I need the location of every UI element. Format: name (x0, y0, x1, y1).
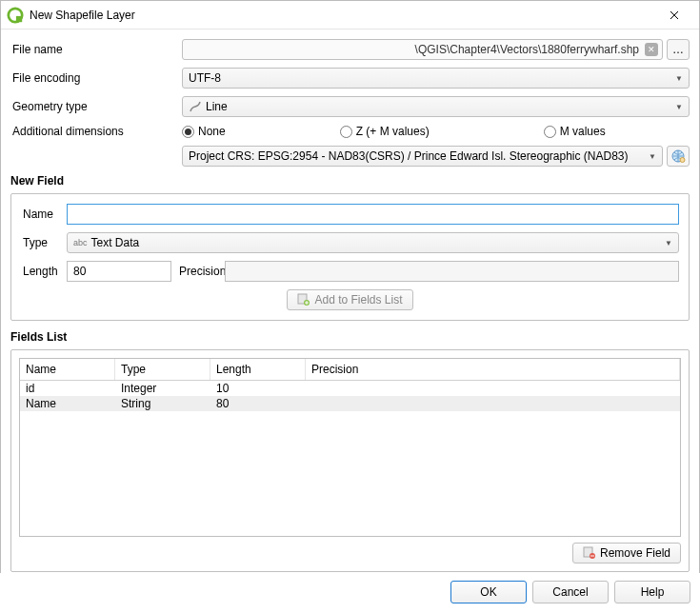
qgis-logo-icon (7, 7, 24, 24)
title-bar: New Shapefile Layer (1, 1, 699, 30)
geometry-type-select[interactable]: Line ▼ (182, 96, 690, 117)
fields-list-group: Name Type Length Precision id Integer 10… (10, 349, 690, 572)
window-title: New Shapefile Layer (30, 9, 655, 22)
help-button[interactable]: Help (614, 581, 690, 603)
precision-label: Precision (171, 265, 225, 278)
cell: id (20, 381, 115, 396)
radio-m[interactable]: M values (544, 125, 606, 138)
text-type-icon: abc (73, 238, 88, 247)
crs-select[interactable]: Project CRS: EPSG:2954 - NAD83(CSRS) / P… (182, 146, 663, 167)
cell (306, 396, 680, 411)
ok-button[interactable]: OK (450, 581, 527, 603)
length-label: Length (21, 265, 67, 278)
close-button[interactable] (655, 1, 693, 30)
add-field-icon (297, 292, 310, 308)
help-label: Help (641, 585, 665, 599)
chevron-down-icon: ▼ (665, 239, 672, 247)
table-row[interactable]: Name String 80 (20, 396, 680, 411)
length-input[interactable] (67, 261, 171, 282)
header-length[interactable]: Length (210, 359, 306, 380)
remove-field-button[interactable]: Remove Field (572, 543, 681, 564)
header-type[interactable]: Type (115, 359, 210, 380)
cell: 10 (210, 381, 306, 396)
new-field-title: New Field (10, 174, 690, 188)
clear-icon[interactable]: ✕ (645, 43, 658, 56)
type-value: Text Data (91, 236, 140, 249)
dialog-footer: OK Cancel Help (0, 573, 700, 613)
cancel-label: Cancel (552, 585, 588, 599)
cell: Integer (115, 381, 210, 396)
radio-z[interactable]: Z (+ M values) (340, 125, 430, 138)
header-precision[interactable]: Precision (306, 359, 680, 380)
cancel-button[interactable]: Cancel (532, 581, 609, 603)
radio-dot-icon (340, 126, 352, 138)
fields-table[interactable]: Name Type Length Precision id Integer 10… (19, 358, 681, 537)
cell (306, 381, 680, 396)
file-name-value: \QGIS\Chapter4\Vectors\1880ferrywharf.sh… (415, 43, 639, 56)
type-label: Type (21, 236, 67, 249)
chevron-down-icon: ▼ (649, 152, 656, 161)
chevron-down-icon: ▼ (675, 74, 683, 83)
radio-none[interactable]: None (182, 125, 226, 138)
geometry-type-label: Geometry type (10, 100, 182, 113)
file-encoding-select[interactable]: UTF-8 ▼ (182, 68, 690, 89)
cell: 80 (210, 396, 306, 411)
file-encoding-value: UTF-8 (189, 71, 221, 85)
name-label: Name (21, 208, 67, 221)
radio-dot-icon (182, 126, 194, 138)
ok-label: OK (480, 585, 496, 599)
table-row[interactable]: id Integer 10 (20, 381, 680, 396)
remove-field-icon (583, 545, 596, 562)
type-select[interactable]: abc Text Data ▼ (67, 232, 679, 253)
svg-rect-1 (16, 15, 22, 21)
add-to-fields-label: Add to Fields List (314, 293, 402, 306)
fields-header: Name Type Length Precision (20, 359, 680, 381)
radio-label: Z (+ M values) (356, 125, 430, 138)
file-encoding-label: File encoding (10, 71, 182, 85)
name-input[interactable] (67, 204, 679, 225)
chevron-down-icon: ▼ (675, 103, 683, 111)
additional-dimensions-label: Additional dimensions (10, 125, 182, 138)
crs-value: Project CRS: EPSG:2954 - NAD83(CSRS) / P… (189, 149, 629, 163)
globe-icon (670, 148, 686, 164)
file-name-input[interactable]: \QGIS\Chapter4\Vectors\1880ferrywharf.sh… (182, 39, 663, 60)
cell: String (115, 396, 210, 411)
header-name[interactable]: Name (20, 359, 115, 380)
browse-button[interactable]: … (667, 39, 690, 60)
precision-input[interactable] (225, 261, 679, 282)
svg-point-5 (680, 158, 685, 163)
remove-field-label: Remove Field (600, 546, 670, 560)
radio-label: None (198, 125, 226, 138)
new-field-group: Name Type abc Text Data ▼ Length Precisi… (10, 193, 690, 321)
fields-list-title: Fields List (10, 330, 690, 344)
radio-label: M values (560, 125, 606, 138)
ellipsis-icon: … (672, 43, 684, 56)
geometry-type-value: Line (206, 100, 228, 113)
dimensions-radio-group: None Z (+ M values) M values (182, 125, 606, 138)
radio-dot-icon (544, 126, 556, 138)
crs-picker-button[interactable] (667, 146, 690, 167)
cell: Name (20, 396, 115, 411)
add-to-fields-button[interactable]: Add to Fields List (287, 289, 412, 310)
line-geometry-icon (189, 100, 202, 113)
file-name-label: File name (10, 43, 182, 56)
